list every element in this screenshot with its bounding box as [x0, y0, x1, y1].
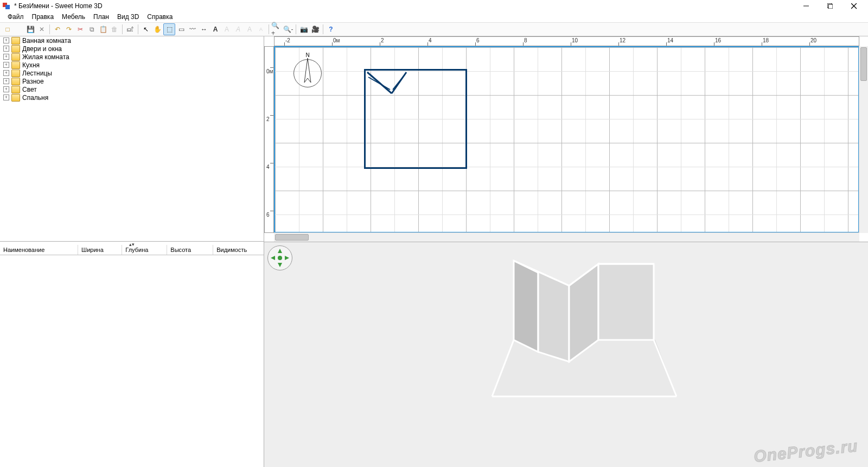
catalog-item-label: Кухня — [22, 61, 40, 69]
catalog-item-label: Ванная комната — [22, 37, 71, 45]
menu-furniture[interactable]: Мебель — [59, 12, 88, 22]
preferences-icon[interactable]: ✕ — [36, 24, 47, 35]
minimize-button[interactable] — [794, 1, 818, 11]
text-italic-icon: A — [233, 24, 244, 35]
catalog-item[interactable]: +Лестницы — [0, 69, 264, 77]
menu-3dview[interactable]: Вид 3D — [114, 12, 142, 22]
plan-level-icon[interactable] — [264, 36, 274, 46]
folder-icon — [11, 78, 20, 85]
create-room-tool-icon[interactable]: ▭ — [176, 24, 187, 35]
menu-edit[interactable]: Правка — [29, 12, 58, 22]
catalog-item[interactable]: +Двери и окна — [0, 45, 264, 53]
room-walls[interactable] — [364, 69, 467, 169]
save-icon[interactable]: 💾 — [25, 24, 36, 35]
undo-icon[interactable]: ↶ — [52, 24, 63, 35]
create-wall-tool-icon[interactable]: ⬚ — [163, 23, 175, 35]
catalog-item-label: Лестницы — [22, 70, 52, 77]
create-text-tool-icon[interactable]: A — [210, 24, 221, 35]
ruler-tick: 12 — [620, 37, 626, 43]
select-tool-icon[interactable]: ↖ — [141, 24, 151, 35]
expand-icon[interactable]: + — [3, 54, 9, 60]
plan-scrollbar-vertical[interactable] — [859, 46, 868, 233]
ruler-vertical[interactable]: 0м246 — [264, 46, 274, 233]
ruler-tick: 10 — [572, 37, 578, 43]
col-name[interactable]: Наименование — [0, 245, 78, 255]
right-column: -20м2468101214161820 0м246 N — [264, 36, 868, 467]
col-width[interactable]: Ширина — [78, 245, 122, 255]
menu-help[interactable]: Справка — [144, 12, 176, 22]
furniture-list-body[interactable] — [0, 255, 264, 467]
text-size-up-icon: A — [244, 24, 255, 35]
add-furniture-icon[interactable]: 🛋 — [125, 24, 136, 35]
expand-icon[interactable]: + — [3, 70, 9, 76]
compass-icon[interactable]: N — [293, 59, 322, 87]
copy-icon[interactable]: ⧉ — [86, 24, 97, 35]
catalog-item[interactable]: +Свет — [0, 85, 264, 93]
expand-icon[interactable]: + — [3, 94, 9, 100]
menu-file[interactable]: Файл — [4, 12, 27, 22]
ruler-tick: 6 — [266, 212, 270, 218]
catalog-item[interactable]: +Кухня — [0, 61, 264, 69]
expand-icon[interactable]: + — [3, 46, 9, 52]
create-dimension-tool-icon[interactable]: ↔ — [199, 24, 209, 35]
expand-icon[interactable]: + — [3, 62, 9, 68]
create-photo-icon[interactable]: 📷 — [298, 24, 309, 35]
create-video-icon[interactable]: 🎥 — [310, 24, 321, 35]
svg-marker-12 — [278, 249, 282, 253]
menu-plan[interactable]: План — [90, 12, 112, 22]
expand-icon[interactable]: + — [3, 86, 9, 92]
ruler-tick: 4 — [266, 164, 270, 170]
create-polyline-tool-icon[interactable]: 〰 — [187, 24, 198, 35]
catalog-item[interactable]: +Разное — [0, 77, 264, 85]
text-size-down-icon: A — [256, 24, 266, 35]
titlebar: * БезИмени - Sweet Home 3D — [0, 0, 868, 12]
expand-icon[interactable]: + — [3, 78, 9, 84]
catalog-item-label: Спальня — [22, 94, 48, 102]
help-icon[interactable]: ? — [326, 24, 336, 35]
col-height[interactable]: Высота — [167, 245, 213, 255]
folder-icon — [11, 61, 20, 69]
svg-rect-1 — [5, 5, 10, 9]
splitter-handle[interactable]: ▴▾ — [129, 242, 135, 247]
ruler-tick: 20 — [810, 37, 816, 43]
paste-icon[interactable]: 📋 — [98, 24, 108, 35]
ruler-tick: 8 — [524, 37, 527, 43]
new-icon[interactable]: □ — [2, 24, 13, 35]
catalog-item-label: Разное — [22, 78, 44, 85]
col-visibility[interactable]: Видимость — [213, 245, 264, 255]
catalog-item-label: Двери и окна — [22, 45, 62, 53]
furniture-catalog[interactable]: +Ванная комната+Двери и окна+Жилая комна… — [0, 36, 264, 242]
svg-line-11 — [393, 76, 404, 90]
left-column: +Ванная комната+Двери и окна+Жилая комна… — [0, 36, 264, 467]
plan-scrollbar-horizontal[interactable] — [274, 232, 859, 242]
catalog-item[interactable]: +Спальня — [0, 93, 264, 102]
svg-marker-15 — [285, 256, 289, 260]
cut-icon[interactable]: ✂ — [75, 24, 86, 35]
pan-tool-icon[interactable]: ✋ — [152, 24, 163, 35]
ruler-tick: 0м — [333, 37, 340, 43]
maximize-button[interactable] — [818, 1, 842, 11]
window-title: * БезИмени - Sweet Home 3D — [14, 2, 794, 10]
window-controls — [794, 1, 866, 11]
plan-pane: -20м2468101214161820 0м246 N — [264, 36, 868, 242]
folder-icon — [11, 45, 20, 53]
folder-icon — [11, 53, 20, 61]
ruler-tick: 2 — [381, 37, 384, 43]
view-3d[interactable]: OneProgs.ru — [264, 242, 868, 467]
nav-3d-widget[interactable] — [267, 245, 292, 270]
text-bold-icon: A — [221, 24, 232, 35]
ruler-horizontal[interactable]: -20м2468101214161820 — [274, 36, 859, 46]
svg-line-9 — [392, 72, 406, 93]
expand-icon[interactable]: + — [3, 37, 9, 43]
zoom-out-icon[interactable]: 🔍- — [283, 24, 293, 35]
catalog-item[interactable]: +Ванная комната — [0, 36, 264, 45]
redo-icon[interactable]: ↷ — [63, 24, 74, 35]
svg-marker-7 — [304, 58, 311, 83]
svg-line-8 — [367, 72, 392, 93]
plan-canvas[interactable]: N — [274, 46, 859, 233]
catalog-item[interactable]: +Жилая комната — [0, 53, 264, 61]
close-button[interactable] — [842, 1, 866, 11]
zoom-in-icon[interactable]: 🔍+ — [271, 24, 282, 35]
menubar: Файл Правка Мебель План Вид 3D Справка — [0, 12, 868, 22]
open-icon[interactable] — [14, 24, 24, 35]
